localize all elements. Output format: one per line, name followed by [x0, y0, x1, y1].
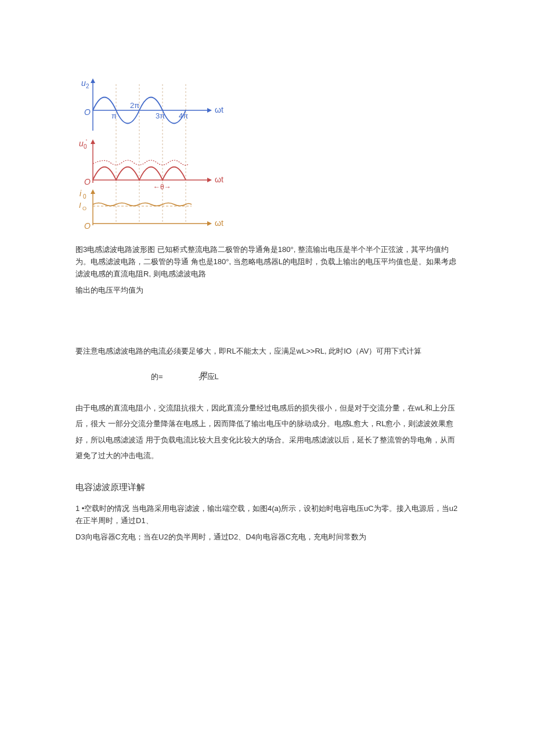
svg-text:π: π	[111, 111, 117, 120]
svg-marker-29	[207, 221, 212, 226]
svg-text:←θ→: ←θ→	[153, 183, 171, 191]
svg-text:i: i	[80, 189, 82, 198]
section-heading-capacitor: 电容滤波原理详解	[75, 480, 459, 495]
svg-text:ωt: ωt	[215, 175, 223, 184]
svg-text:O: O	[84, 221, 91, 231]
svg-text:u: u	[79, 139, 84, 148]
svg-text:3π: 3π	[156, 111, 165, 120]
svg-marker-19	[207, 178, 212, 182]
paragraph-cap-2: D3向电容器C充电；当在U2的负半周时，通过D2、D4向电容器C充电，充电时间常…	[75, 531, 459, 543]
equation-row: 的= 界应L	[75, 368, 459, 384]
svg-text:0: 0	[83, 193, 86, 200]
equation-left: 的=	[151, 370, 163, 383]
paragraph-note: 要注意电感滤波电路的电流必须要足够大，即RL不能太大，应满足wL>>RL, 此时…	[75, 345, 459, 358]
svg-text:2: 2	[86, 83, 89, 89]
svg-text:O: O	[84, 107, 91, 117]
paragraph-explanation: 由于电感的直流电阻小，交流阻抗很大，因此直流分量经过电感后的损失很小，但是对于交…	[75, 400, 459, 463]
svg-text:u: u	[81, 78, 86, 88]
svg-text:O: O	[82, 206, 86, 211]
svg-text:ωt: ωt	[215, 105, 223, 114]
equation-script-char: 界	[198, 371, 207, 381]
paragraph-cap-1: 1 •空载时的情况 当电路采用电容滤波，输出端空载，如图4(a)所示，设初始时电…	[75, 503, 459, 527]
svg-text:4π: 4π	[179, 111, 188, 120]
paragraph-fig-caption: 图3电感滤波电路波形图 已知桥式整流电路二极管的导通角是180°, 整流输出电压…	[75, 244, 459, 280]
vertical-gap	[75, 311, 459, 345]
svg-marker-5	[91, 78, 95, 83]
svg-marker-17	[91, 139, 95, 144]
svg-text:I: I	[79, 201, 81, 210]
paragraph-output-avg: 输出的电压平均值为	[75, 285, 459, 297]
svg-text:': '	[86, 139, 87, 145]
equation-normal-char: 应L	[207, 372, 219, 381]
svg-marker-27	[91, 189, 95, 194]
svg-text:O: O	[84, 177, 91, 186]
equation-right: 界应L	[198, 368, 219, 384]
svg-text:ωt: ωt	[215, 218, 223, 228]
svg-marker-7	[207, 108, 212, 113]
waveform-figure: u 2 O π 2π 3π 4π ωt u 0 ' O ωt ←θ→	[75, 75, 459, 232]
svg-text:2π: 2π	[130, 101, 139, 110]
waveform-svg: u 2 O π 2π 3π 4π ωt u 0 ' O ωt ←θ→	[75, 75, 232, 232]
